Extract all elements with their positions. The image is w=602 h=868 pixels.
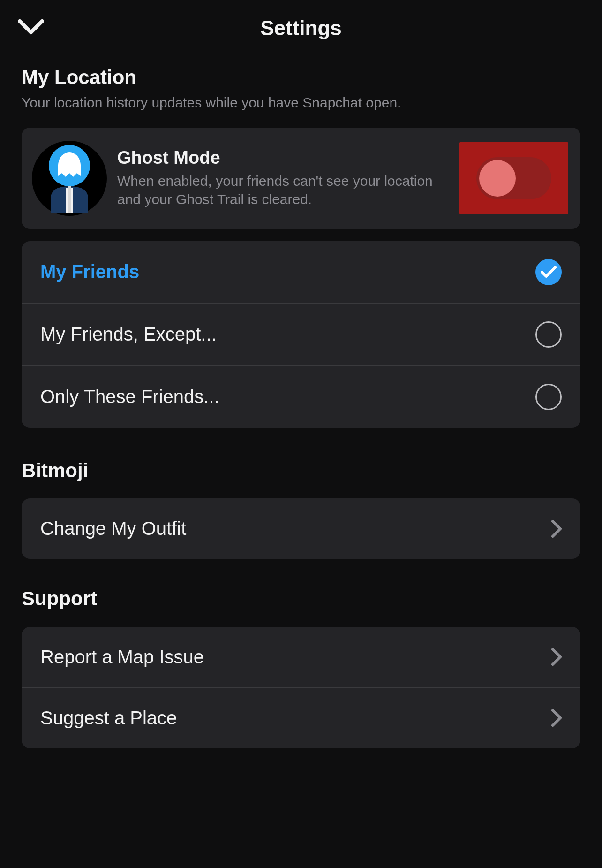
- header: Settings: [0, 0, 602, 56]
- visibility-option-label: My Friends: [40, 261, 139, 282]
- chevron-right-icon: [551, 520, 562, 538]
- visibility-option-my-friends[interactable]: My Friends: [22, 241, 580, 304]
- visibility-option-label: Only These Friends...: [40, 386, 219, 407]
- ghost-mode-title: Ghost Mode: [117, 148, 449, 168]
- section-title-support: Support: [22, 587, 580, 610]
- page-title: Settings: [260, 16, 342, 40]
- section-bitmoji-header: Bitmoji: [0, 459, 602, 486]
- report-map-issue-row[interactable]: Report a Map Issue: [22, 627, 580, 688]
- bitmoji-avatar-icon: [32, 141, 107, 216]
- ghost-mode-card: Ghost Mode When enabled, your friends ca…: [22, 128, 580, 229]
- change-my-outfit-row[interactable]: Change My Outfit: [22, 498, 580, 559]
- chevron-right-icon: [551, 648, 562, 666]
- row-label: Suggest a Place: [40, 708, 177, 729]
- chevron-down-icon: [18, 19, 44, 35]
- row-label: Change My Outfit: [40, 518, 186, 539]
- visibility-option-my-friends-except[interactable]: My Friends, Except...: [22, 304, 580, 366]
- section-subtitle-my-location: Your location history updates while you …: [22, 94, 580, 112]
- suggest-a-place-row[interactable]: Suggest a Place: [22, 688, 580, 748]
- radio-unchecked-icon: [535, 321, 562, 348]
- section-title-my-location: My Location: [22, 66, 580, 89]
- section-my-location-header: My Location Your location history update…: [0, 56, 602, 115]
- ghost-mode-toggle-highlight: [459, 142, 568, 214]
- row-label: Report a Map Issue: [40, 647, 204, 668]
- settings-screen: Settings My Location Your location histo…: [0, 0, 602, 868]
- visibility-option-only-these-friends[interactable]: Only These Friends...: [22, 366, 580, 428]
- ghost-mode-toggle[interactable]: [476, 157, 551, 199]
- visibility-option-label: My Friends, Except...: [40, 324, 217, 345]
- svg-rect-1: [68, 188, 71, 213]
- back-button[interactable]: [18, 19, 44, 37]
- visibility-options-card: My Friends My Friends, Except... Only Th…: [22, 241, 580, 428]
- chevron-right-icon: [551, 709, 562, 727]
- toggle-knob: [479, 160, 516, 197]
- bitmoji-card: Change My Outfit: [22, 498, 580, 559]
- section-support-header: Support: [0, 587, 602, 614]
- radio-checked-icon: [535, 259, 562, 285]
- ghost-mode-description: When enabled, your friends can't see you…: [117, 172, 449, 208]
- section-title-bitmoji: Bitmoji: [22, 459, 580, 482]
- radio-unchecked-icon: [535, 384, 562, 410]
- ghost-mode-row: Ghost Mode When enabled, your friends ca…: [22, 128, 580, 229]
- ghost-mode-text: Ghost Mode When enabled, your friends ca…: [117, 148, 449, 208]
- support-card: Report a Map Issue Suggest a Place: [22, 627, 580, 748]
